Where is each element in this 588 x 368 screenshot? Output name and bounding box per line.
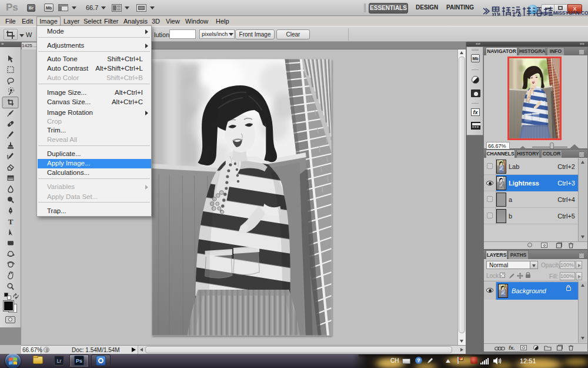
svg-text:T: T — [8, 217, 14, 226]
